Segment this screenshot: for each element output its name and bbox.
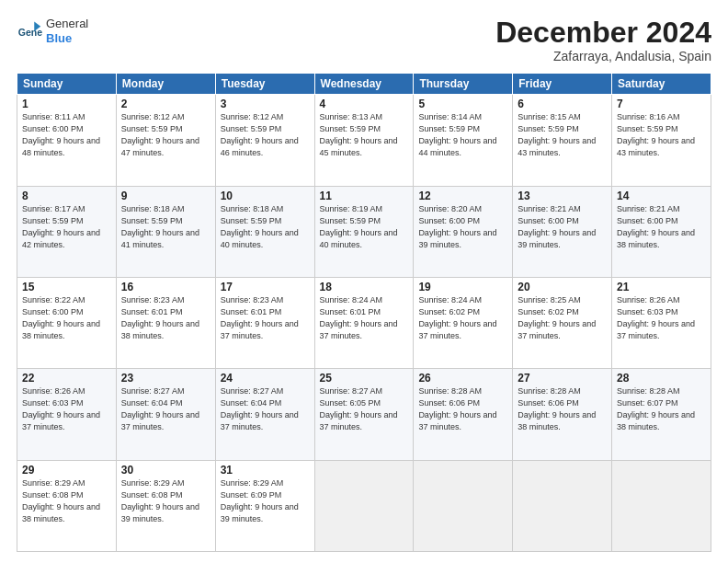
col-tuesday: Tuesday (215, 74, 314, 95)
logo-line2: Blue (46, 31, 88, 46)
day-number: 15 (22, 281, 111, 293)
day-info: Sunrise: 8:27 AMSunset: 6:05 PMDaylight:… (320, 386, 398, 431)
day-info: Sunrise: 8:11 AMSunset: 6:00 PMDaylight:… (22, 112, 100, 157)
day-number: 8 (22, 190, 111, 202)
day-info: Sunrise: 8:14 AMSunset: 5:59 PMDaylight:… (418, 112, 496, 157)
day-info: Sunrise: 8:19 AMSunset: 5:59 PMDaylight:… (320, 204, 398, 249)
day-info: Sunrise: 8:28 AMSunset: 6:06 PMDaylight:… (418, 386, 496, 431)
calendar-day-cell: 17 Sunrise: 8:23 AMSunset: 6:01 PMDaylig… (215, 277, 314, 368)
empty-day-cell (314, 460, 414, 551)
day-info: Sunrise: 8:29 AMSunset: 6:08 PMDaylight:… (121, 478, 199, 523)
logo-text: General Blue (46, 17, 88, 45)
day-info: Sunrise: 8:18 AMSunset: 5:59 PMDaylight:… (121, 204, 199, 249)
day-number: 3 (221, 98, 310, 110)
day-number: 5 (418, 98, 507, 110)
day-number: 24 (221, 372, 310, 385)
month-title: December 2024 (495, 17, 711, 49)
calendar-day-cell: 11 Sunrise: 8:19 AMSunset: 5:59 PMDaylig… (314, 186, 414, 277)
day-info: Sunrise: 8:26 AMSunset: 6:03 PMDaylight:… (617, 295, 695, 340)
day-number: 12 (418, 190, 507, 202)
empty-day-cell (414, 460, 513, 551)
calendar-day-cell: 9 Sunrise: 8:18 AMSunset: 5:59 PMDayligh… (116, 186, 215, 277)
logo-icon: General (17, 18, 42, 44)
day-number: 25 (320, 372, 409, 385)
day-number: 18 (320, 281, 409, 293)
calendar-day-cell: 29 Sunrise: 8:29 AMSunset: 6:08 PMDaylig… (17, 460, 117, 551)
day-info: Sunrise: 8:28 AMSunset: 6:07 PMDaylight:… (617, 386, 695, 431)
calendar-day-cell: 16 Sunrise: 8:23 AMSunset: 6:01 PMDaylig… (116, 277, 215, 368)
col-wednesday: Wednesday (314, 74, 414, 95)
day-info: Sunrise: 8:18 AMSunset: 5:59 PMDaylight:… (221, 204, 299, 249)
location-subtitle: Zafarraya, Andalusia, Spain (495, 49, 711, 63)
day-number: 28 (617, 372, 706, 385)
day-info: Sunrise: 8:13 AMSunset: 5:59 PMDaylight:… (320, 112, 398, 157)
calendar-day-cell: 8 Sunrise: 8:17 AMSunset: 5:59 PMDayligh… (17, 186, 117, 277)
calendar-day-cell: 1 Sunrise: 8:11 AMSunset: 6:00 PMDayligh… (17, 95, 117, 186)
day-number: 23 (121, 372, 210, 385)
day-number: 11 (320, 190, 409, 202)
calendar-day-cell: 15 Sunrise: 8:22 AMSunset: 6:00 PMDaylig… (17, 277, 117, 368)
calendar-day-cell: 5 Sunrise: 8:14 AMSunset: 5:59 PMDayligh… (414, 95, 513, 186)
empty-day-cell (513, 460, 612, 551)
calendar-day-cell: 10 Sunrise: 8:18 AMSunset: 5:59 PMDaylig… (215, 186, 314, 277)
day-number: 2 (121, 98, 210, 110)
day-info: Sunrise: 8:21 AMSunset: 6:00 PMDaylight:… (617, 204, 695, 249)
day-number: 14 (617, 190, 706, 202)
calendar-table: Sunday Monday Tuesday Wednesday Thursday… (17, 73, 711, 552)
col-monday: Monday (116, 74, 215, 95)
calendar-day-cell: 12 Sunrise: 8:20 AMSunset: 6:00 PMDaylig… (414, 186, 513, 277)
calendar-week-row: 8 Sunrise: 8:17 AMSunset: 5:59 PMDayligh… (17, 186, 711, 277)
svg-text:General: General (18, 27, 42, 38)
calendar-day-cell: 24 Sunrise: 8:27 AMSunset: 6:04 PMDaylig… (215, 369, 314, 460)
calendar-day-cell: 22 Sunrise: 8:26 AMSunset: 6:03 PMDaylig… (17, 369, 117, 460)
day-info: Sunrise: 8:16 AMSunset: 5:59 PMDaylight:… (617, 112, 695, 157)
title-block: December 2024 Zafarraya, Andalusia, Spai… (495, 17, 711, 63)
col-thursday: Thursday (414, 74, 513, 95)
day-info: Sunrise: 8:12 AMSunset: 5:59 PMDaylight:… (121, 112, 199, 157)
calendar-day-cell: 26 Sunrise: 8:28 AMSunset: 6:06 PMDaylig… (414, 369, 513, 460)
day-info: Sunrise: 8:17 AMSunset: 5:59 PMDaylight:… (22, 204, 100, 249)
calendar-day-cell: 21 Sunrise: 8:26 AMSunset: 6:03 PMDaylig… (612, 277, 711, 368)
day-info: Sunrise: 8:29 AMSunset: 6:09 PMDaylight:… (221, 478, 299, 523)
day-number: 16 (121, 281, 210, 293)
day-number: 13 (518, 190, 607, 202)
day-info: Sunrise: 8:27 AMSunset: 6:04 PMDaylight:… (221, 386, 299, 431)
calendar-day-cell: 14 Sunrise: 8:21 AMSunset: 6:00 PMDaylig… (612, 186, 711, 277)
day-info: Sunrise: 8:15 AMSunset: 5:59 PMDaylight:… (518, 112, 596, 157)
day-number: 19 (418, 281, 507, 293)
day-info: Sunrise: 8:25 AMSunset: 6:02 PMDaylight:… (518, 295, 596, 340)
day-number: 9 (121, 190, 210, 202)
day-number: 4 (320, 98, 409, 110)
calendar-week-row: 29 Sunrise: 8:29 AMSunset: 6:08 PMDaylig… (17, 460, 711, 551)
calendar-day-cell: 2 Sunrise: 8:12 AMSunset: 5:59 PMDayligh… (116, 95, 215, 186)
day-number: 22 (22, 372, 111, 385)
calendar-day-cell: 13 Sunrise: 8:21 AMSunset: 6:00 PMDaylig… (513, 186, 612, 277)
calendar-day-cell: 3 Sunrise: 8:12 AMSunset: 5:59 PMDayligh… (215, 95, 314, 186)
day-number: 10 (221, 190, 310, 202)
day-number: 6 (518, 98, 607, 110)
logo: General General Blue (17, 17, 88, 45)
calendar-day-cell: 23 Sunrise: 8:27 AMSunset: 6:04 PMDaylig… (116, 369, 215, 460)
calendar-day-cell: 31 Sunrise: 8:29 AMSunset: 6:09 PMDaylig… (215, 460, 314, 551)
day-number: 21 (617, 281, 706, 293)
calendar-day-cell: 20 Sunrise: 8:25 AMSunset: 6:02 PMDaylig… (513, 277, 612, 368)
day-number: 30 (121, 464, 210, 477)
day-info: Sunrise: 8:27 AMSunset: 6:04 PMDaylight:… (121, 386, 199, 431)
col-saturday: Saturday (612, 74, 711, 95)
logo-line1: General (46, 17, 88, 31)
day-number: 7 (617, 98, 706, 110)
day-number: 29 (22, 464, 111, 477)
calendar-day-cell: 27 Sunrise: 8:28 AMSunset: 6:06 PMDaylig… (513, 369, 612, 460)
day-number: 20 (518, 281, 607, 293)
day-info: Sunrise: 8:12 AMSunset: 5:59 PMDaylight:… (221, 112, 299, 157)
calendar-day-cell: 7 Sunrise: 8:16 AMSunset: 5:59 PMDayligh… (612, 95, 711, 186)
day-info: Sunrise: 8:23 AMSunset: 6:01 PMDaylight:… (221, 295, 299, 340)
calendar-week-row: 1 Sunrise: 8:11 AMSunset: 6:00 PMDayligh… (17, 95, 711, 186)
day-info: Sunrise: 8:20 AMSunset: 6:00 PMDaylight:… (418, 204, 496, 249)
calendar-day-cell: 25 Sunrise: 8:27 AMSunset: 6:05 PMDaylig… (314, 369, 414, 460)
day-info: Sunrise: 8:28 AMSunset: 6:06 PMDaylight:… (518, 386, 596, 431)
calendar-day-cell: 4 Sunrise: 8:13 AMSunset: 5:59 PMDayligh… (314, 95, 414, 186)
calendar-day-cell: 30 Sunrise: 8:29 AMSunset: 6:08 PMDaylig… (116, 460, 215, 551)
col-friday: Friday (513, 74, 612, 95)
day-info: Sunrise: 8:24 AMSunset: 6:02 PMDaylight:… (418, 295, 496, 340)
